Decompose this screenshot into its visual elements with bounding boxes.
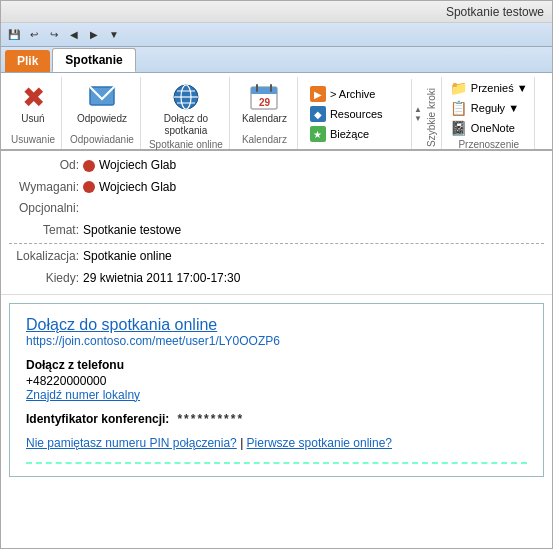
ribbon-group-odpowiadanie: Odpowiedz Odpowiadanie	[64, 77, 141, 149]
join-url[interactable]: https://join.contoso.com/meet/user1/LY0O…	[26, 334, 527, 348]
wymagani-name[interactable]: Wojciech Glab	[99, 177, 176, 199]
lokalizacja-label: Lokalizacja:	[9, 246, 79, 268]
usuwanie-label: Usuwanie	[11, 134, 55, 147]
opcjonalni-label: Opcjonalni:	[9, 198, 79, 220]
more-icon[interactable]: ▼	[105, 26, 123, 44]
ribbon-tabs: Plik Spotkanie	[1, 47, 552, 73]
ribbon-group-przenoszenie: 📁 Przenieś ▼ 📋 Reguły ▼ 📓 OneNote Przeno…	[444, 77, 535, 149]
dolacz-label: Dołącz dospotkania	[164, 113, 208, 137]
temat-row: Temat: Spotkanie testowe	[9, 220, 544, 242]
ribbon-group-usuwanie: ✖ Usuń Usuwanie	[5, 77, 62, 149]
undo-icon[interactable]: ↩	[25, 26, 43, 44]
od-name[interactable]: Wojciech Glab	[99, 155, 176, 177]
first-meeting-link[interactable]: Pierwsze spotkanie online?	[247, 436, 392, 450]
opcjonalni-row: Opcjonalni:	[9, 198, 544, 220]
onenote-icon: 📓	[450, 120, 467, 136]
wymagani-value: Wojciech Glab	[83, 177, 176, 199]
dolacz-icon	[170, 81, 202, 113]
save-icon[interactable]: 💾	[5, 26, 23, 44]
biezace-icon: ★	[310, 126, 326, 142]
od-contact-icon	[83, 160, 95, 172]
lokalizacja-row: Lokalizacja: Spotkanie online	[9, 246, 544, 268]
kiedy-label: Kiedy:	[9, 268, 79, 290]
back-icon[interactable]: ◀	[65, 26, 83, 44]
kalendarz-icon: 29	[248, 81, 280, 113]
bottom-divider	[26, 462, 527, 464]
qs-archive[interactable]: ▶ > Archive	[306, 85, 407, 103]
wymagani-label: Wymagani:	[9, 177, 79, 199]
od-value: Wojciech Glab	[83, 155, 176, 177]
usun-button[interactable]: ✖ Usuń	[11, 79, 55, 127]
svg-rect-8	[251, 91, 277, 94]
svg-text:29: 29	[259, 97, 271, 108]
przenies-button[interactable]: 📁 Przenieś ▼	[448, 79, 530, 97]
wymagani-contact-icon	[83, 181, 95, 193]
join-link[interactable]: Dołącz do spotkania online	[26, 316, 527, 334]
reguly-label: Reguły ▼	[471, 102, 519, 114]
qs-archive-label: > Archive	[330, 88, 376, 100]
message-header: Od: Wojciech Glab Wymagani: Wojciech Gla…	[1, 151, 552, 295]
qs-biezace[interactable]: ★ Bieżące	[306, 125, 407, 143]
reguly-button[interactable]: 📋 Reguły ▼	[448, 99, 530, 117]
forward-icon[interactable]: ▶	[85, 26, 103, 44]
temat-label: Temat:	[9, 220, 79, 242]
tab-plik[interactable]: Plik	[5, 50, 50, 72]
phone-number: +48220000000	[26, 374, 527, 388]
lokalizacja-value: Spotkanie online	[83, 246, 172, 268]
resources-icon: ◆	[310, 106, 326, 122]
phone-section: Dołącz z telefonu +48220000000 Znajdź nu…	[26, 358, 527, 402]
separator: |	[240, 436, 243, 450]
onenote-button[interactable]: 📓 OneNote	[448, 119, 530, 137]
bottom-links: Nie pamiętasz numeru PIN połączenia? | P…	[26, 436, 527, 450]
window-title: Spotkanie testowe	[446, 5, 544, 19]
od-label: Od:	[9, 155, 79, 177]
quick-access-toolbar: 💾 ↩ ↪ ◀ ▶ ▼	[1, 23, 552, 47]
onenote-label: OneNote	[471, 122, 515, 134]
odpowiedz-label: Odpowiedz	[77, 113, 127, 125]
usun-icon: ✖	[17, 81, 49, 113]
kalendarz-grp-label: Kalendarz	[242, 134, 287, 147]
kalendarz-label: Kalendarz	[242, 113, 287, 125]
ribbon-bar: ✖ Usuń Usuwanie Odpowiedz Odpowiadanie	[1, 73, 552, 151]
dolacz-button[interactable]: Dołącz dospotkania	[160, 79, 212, 139]
qs-resources-label: Resources	[330, 108, 383, 120]
qs-biezace-label: Bieżące	[330, 128, 369, 140]
kiedy-row: Kiedy: 29 kwietnia 2011 17:00-17:30	[9, 268, 544, 290]
spotkanie-online-label: Spotkanie online	[149, 139, 223, 152]
tab-spotkanie[interactable]: Spotkanie	[52, 48, 135, 72]
quick-steps-group: ▶ > Archive ◆ Resources ★ Bieżące ▲ ▼ Sz…	[300, 77, 442, 149]
przenies-icon: 📁	[450, 80, 467, 96]
odpowiedz-icon	[86, 81, 118, 113]
przenies-label: Przenieś ▼	[471, 82, 528, 94]
wymagani-row: Wymagani: Wojciech Glab	[9, 177, 544, 199]
redo-icon[interactable]: ↪	[45, 26, 63, 44]
phone-label: Dołącz z telefonu	[26, 358, 527, 372]
message-body: Dołącz do spotkania online https://join.…	[9, 303, 544, 477]
scroll-up-icon[interactable]: ▲	[414, 106, 422, 114]
kiedy-value: 29 kwietnia 2011 17:00-17:30	[83, 268, 240, 290]
conf-id-stars: **********	[177, 412, 244, 426]
title-bar: Spotkanie testowe	[1, 1, 552, 23]
od-row: Od: Wojciech Glab	[9, 155, 544, 177]
conf-id-section: Identyfikator konferencji: **********	[26, 412, 527, 426]
quick-steps-label: Szybkie kroki	[424, 86, 439, 149]
odpowiedz-button[interactable]: Odpowiedz	[73, 79, 131, 127]
ribbon-group-spotkanie-online: Dołącz dospotkania Spotkanie online	[143, 77, 230, 149]
odpowiadanie-label: Odpowiadanie	[70, 134, 134, 147]
usun-label: Usuń	[21, 113, 44, 125]
reguly-icon: 📋	[450, 100, 467, 116]
temat-value: Spotkanie testowe	[83, 220, 181, 242]
archive-icon: ▶	[310, 86, 326, 102]
przenoszenie-label: Przenoszenie	[448, 139, 530, 152]
ribbon-group-kalendarz: 29 Kalendarz Kalendarz	[232, 77, 298, 149]
conf-id-label: Identyfikator konferencji:	[26, 412, 169, 426]
pin-link[interactable]: Nie pamiętasz numeru PIN połączenia?	[26, 436, 237, 450]
scroll-down-icon[interactable]: ▼	[414, 115, 422, 123]
qs-resources[interactable]: ◆ Resources	[306, 105, 407, 123]
find-local-link[interactable]: Znajdź numer lokalny	[26, 388, 140, 402]
kalendarz-button[interactable]: 29 Kalendarz	[238, 79, 291, 127]
